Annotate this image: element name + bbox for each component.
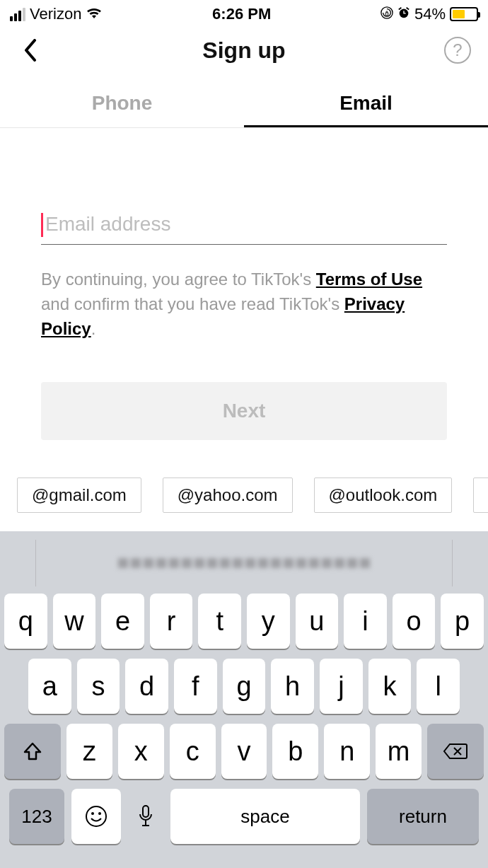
key-s[interactable]: s	[77, 659, 120, 714]
wifi-icon	[86, 5, 103, 23]
key-row-2: a s d f g h j k l	[4, 659, 484, 714]
svg-point-4	[98, 812, 101, 815]
back-button[interactable]	[17, 37, 44, 64]
text-cursor	[41, 213, 43, 237]
help-button[interactable]: ?	[444, 37, 471, 64]
tab-email[interactable]: Email	[244, 83, 488, 127]
clock: 6:26 PM	[212, 5, 271, 23]
terms-link[interactable]: Terms of Use	[316, 270, 422, 289]
tab-phone[interactable]: Phone	[0, 83, 244, 127]
key-g[interactable]: g	[223, 659, 266, 714]
email-field[interactable]	[41, 213, 447, 236]
key-v[interactable]: v	[221, 724, 267, 779]
key-m[interactable]: m	[376, 724, 422, 779]
page-title: Sign up	[202, 37, 285, 64]
key-i[interactable]: i	[344, 594, 387, 649]
key-c[interactable]: c	[170, 724, 216, 779]
battery-icon	[450, 7, 478, 21]
key-j[interactable]: j	[320, 659, 363, 714]
key-l[interactable]: l	[417, 659, 460, 714]
orientation-lock-icon	[380, 5, 393, 23]
battery-pct: 54%	[414, 5, 446, 23]
svg-rect-5	[143, 806, 149, 817]
suggestion-gmail[interactable]: @gmail.com	[17, 478, 141, 513]
key-f[interactable]: f	[174, 659, 217, 714]
suggestion-outlook[interactable]: @outlook.com	[314, 478, 453, 513]
key-o[interactable]: o	[393, 594, 436, 649]
alarm-icon	[397, 5, 410, 23]
dictation-key[interactable]	[128, 789, 163, 844]
key-d[interactable]: d	[125, 659, 168, 714]
tabs: Phone Email	[0, 83, 488, 127]
email-input-wrap[interactable]	[41, 213, 447, 245]
key-row-1: q w e r t y u i o p	[4, 594, 484, 649]
next-button[interactable]: Next	[41, 382, 447, 440]
status-bar: Verizon 6:26 PM 54%	[0, 0, 488, 28]
key-row-3: z x c v b n m	[4, 724, 484, 779]
legal-prefix: By continuing, you agree to TikTok's	[41, 270, 316, 289]
keyboard: q w e r t y u i o p a s d f g h j k l z …	[0, 531, 488, 868]
space-key[interactable]: space	[170, 789, 360, 844]
backspace-key[interactable]	[427, 724, 484, 779]
svg-point-2	[86, 806, 106, 826]
predictive-row[interactable]	[35, 540, 453, 586]
key-t[interactable]: t	[198, 594, 241, 649]
key-h[interactable]: h	[271, 659, 314, 714]
key-e[interactable]: e	[101, 594, 144, 649]
legal-mid: and confirm that you have read TikTok's	[41, 294, 344, 313]
key-k[interactable]: k	[368, 659, 412, 714]
key-z[interactable]: z	[66, 724, 112, 779]
key-x[interactable]: x	[118, 724, 164, 779]
key-q[interactable]: q	[4, 594, 47, 649]
key-u[interactable]: u	[296, 594, 339, 649]
key-n[interactable]: n	[324, 724, 370, 779]
legal-suffix: .	[91, 319, 96, 338]
key-y[interactable]: y	[247, 594, 290, 649]
email-suggestions: @gmail.com @yahoo.com @outlook.com @hot	[0, 478, 488, 513]
key-r[interactable]: r	[150, 594, 193, 649]
key-b[interactable]: b	[272, 724, 318, 779]
form-area: By continuing, you agree to TikTok's Ter…	[0, 128, 488, 440]
numeric-key[interactable]: 123	[9, 789, 64, 844]
svg-point-3	[91, 812, 94, 815]
legal-text: By continuing, you agree to TikTok's Ter…	[41, 267, 447, 341]
carrier-label: Verizon	[30, 5, 81, 23]
suggestion-hotmail[interactable]: @hot	[473, 478, 488, 513]
emoji-key[interactable]	[71, 789, 121, 844]
suggestion-yahoo[interactable]: @yahoo.com	[163, 478, 293, 513]
return-key[interactable]: return	[367, 789, 479, 844]
key-p[interactable]: p	[441, 594, 484, 649]
shift-key[interactable]	[4, 724, 61, 779]
signal-icon	[10, 8, 25, 21]
key-a[interactable]: a	[28, 659, 71, 714]
nav-bar: Sign up ?	[0, 28, 488, 76]
key-w[interactable]: w	[53, 594, 96, 649]
key-row-4: 123 space return	[4, 789, 484, 844]
